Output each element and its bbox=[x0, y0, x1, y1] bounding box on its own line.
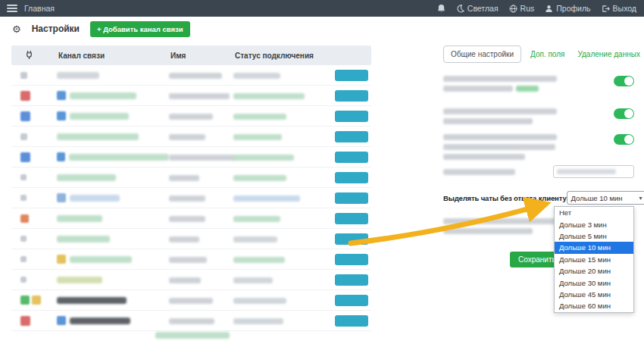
hamburger-menu-icon[interactable] bbox=[7, 5, 17, 12]
redacted-status bbox=[233, 298, 286, 304]
notifications-bell-button[interactable] bbox=[437, 4, 445, 13]
toggle-switch[interactable] bbox=[614, 134, 634, 145]
redacted-channel-name bbox=[57, 174, 116, 181]
redacted-channel-name bbox=[70, 318, 130, 324]
channel-service-icon bbox=[57, 111, 66, 120]
redacted-channel-name bbox=[57, 133, 139, 140]
redacted-channel-name bbox=[57, 72, 99, 79]
row-action-button[interactable] bbox=[335, 233, 368, 245]
row-action-button[interactable] bbox=[335, 315, 368, 327]
channel-type-icon bbox=[20, 152, 30, 162]
dropdown-option[interactable]: Дольше 5 мин bbox=[555, 230, 633, 242]
channel-type-icon bbox=[20, 277, 27, 283]
channel-type-icon bbox=[20, 214, 29, 223]
redacted-channel-name bbox=[57, 297, 127, 304]
col-header-channel: Канал связи bbox=[57, 52, 169, 60]
channel-type-icon bbox=[20, 195, 27, 201]
redacted-channel-name bbox=[57, 236, 110, 242]
redacted-name bbox=[169, 114, 213, 120]
redacted-channel-name bbox=[57, 215, 102, 222]
dropdown-option[interactable]: Нет bbox=[555, 207, 633, 218]
row-action-button[interactable] bbox=[335, 274, 368, 286]
table-row bbox=[11, 311, 371, 331]
redacted-footer-text bbox=[155, 332, 230, 339]
row-action-button[interactable] bbox=[335, 295, 368, 306]
redacted-name bbox=[169, 277, 201, 283]
channel-type-icon bbox=[20, 111, 30, 121]
redacted-name bbox=[169, 318, 214, 324]
add-channel-button[interactable]: + Добавить канал связи bbox=[90, 21, 190, 37]
settings-panel: Общие настройкиДоп. поляУдаление данных bbox=[443, 45, 634, 326]
setting-input[interactable] bbox=[553, 165, 634, 178]
row-action-button[interactable] bbox=[335, 213, 368, 224]
dropdown-option[interactable]: Дольше 3 мин bbox=[555, 218, 633, 230]
redacted-status bbox=[233, 114, 286, 120]
redacted-channel-name bbox=[70, 256, 132, 263]
row-action-button[interactable] bbox=[335, 111, 368, 122]
connection-plug-icon bbox=[11, 50, 57, 61]
row-action-button[interactable] bbox=[335, 70, 368, 81]
logout-label: Выход bbox=[613, 4, 636, 13]
language-label: Rus bbox=[521, 4, 535, 13]
toggle-switch[interactable] bbox=[614, 108, 634, 119]
redacted-status bbox=[233, 73, 280, 79]
channel-type-icon bbox=[20, 256, 27, 262]
redacted-channel-name bbox=[57, 277, 102, 283]
duration-select[interactable]: Дольше 10 мин ▾ bbox=[567, 191, 644, 205]
redacted-channel-name bbox=[69, 154, 169, 161]
tab-0[interactable]: Общие настройки bbox=[443, 45, 521, 63]
settings-tabs: Общие настройкиДоп. поляУдаление данных bbox=[443, 45, 644, 63]
redacted-name bbox=[169, 175, 199, 181]
channel-type-icon bbox=[20, 296, 30, 305]
redacted-channel-name bbox=[70, 92, 136, 99]
col-header-status: Статус подключения bbox=[233, 52, 322, 60]
dropdown-option[interactable]: Дольше 45 мин bbox=[555, 289, 633, 300]
language-switcher[interactable]: Rus bbox=[509, 4, 535, 13]
logout-button[interactable]: Выход bbox=[602, 4, 636, 13]
table-row bbox=[11, 127, 371, 147]
theme-switcher[interactable]: Светлая bbox=[456, 4, 499, 13]
row-action-button[interactable] bbox=[335, 152, 368, 163]
channel-service-icon bbox=[57, 316, 66, 325]
tab-2[interactable]: Удаление данных bbox=[574, 46, 643, 62]
globe-icon bbox=[509, 5, 517, 13]
row-action-button[interactable] bbox=[335, 192, 368, 204]
dropdown-option[interactable]: Дольше 30 мин bbox=[555, 277, 633, 288]
settings-toolbar: ⚙ Настройки + Добавить канал связи bbox=[0, 17, 644, 41]
setting-row bbox=[443, 134, 634, 160]
channel-service-icon bbox=[57, 91, 66, 100]
row-action-button[interactable] bbox=[335, 90, 368, 102]
redacted-status bbox=[233, 277, 273, 283]
toggle-switch[interactable] bbox=[614, 76, 634, 86]
dropdown-option[interactable]: Дольше 10 мин bbox=[555, 242, 633, 253]
brand-home-link[interactable]: Главная bbox=[24, 4, 55, 13]
redacted-name bbox=[169, 134, 205, 140]
redacted-channel-name bbox=[70, 113, 129, 120]
channel-type-icon bbox=[20, 174, 27, 180]
dropdown-option[interactable]: Дольше 15 мин bbox=[555, 254, 633, 265]
redacted-name bbox=[169, 196, 205, 202]
row-action-button[interactable] bbox=[335, 172, 368, 183]
row-action-button[interactable] bbox=[335, 131, 368, 142]
redacted-status bbox=[233, 236, 277, 242]
dropdown-option[interactable]: Дольше 60 мин bbox=[555, 300, 633, 311]
tab-1[interactable]: Доп. поля bbox=[527, 46, 568, 62]
redacted-status bbox=[233, 318, 283, 324]
table-row bbox=[11, 106, 371, 127]
setting-row bbox=[443, 108, 634, 124]
channel-type-icon bbox=[32, 296, 41, 305]
channel-type-icon bbox=[20, 236, 27, 242]
redacted-name bbox=[169, 216, 205, 222]
duration-dropdown: НетДольше 3 минДольше 5 минДольше 10 мин… bbox=[554, 206, 634, 313]
row-action-button[interactable] bbox=[335, 254, 368, 265]
table-body bbox=[11, 65, 371, 331]
moon-icon bbox=[456, 5, 464, 13]
profile-menu[interactable]: Профиль bbox=[545, 4, 590, 13]
table-row bbox=[11, 167, 371, 188]
highlight-chats-label: Выделять чаты без ответа клиенту bbox=[443, 194, 567, 202]
dropdown-option[interactable]: Дольше 20 мин bbox=[555, 265, 633, 277]
redacted-channel-name bbox=[70, 195, 120, 202]
channel-service-icon bbox=[57, 255, 66, 264]
channels-table: Канал связи Имя Статус подключения bbox=[11, 45, 371, 331]
redacted-status bbox=[233, 93, 305, 99]
